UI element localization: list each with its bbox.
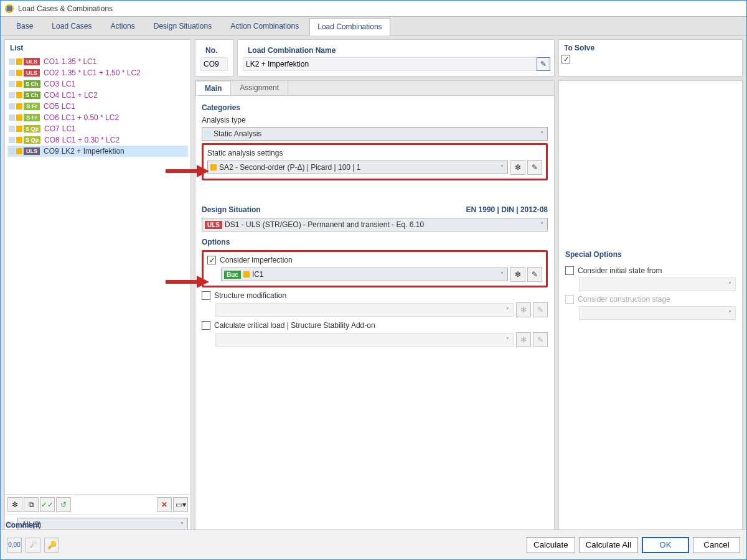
svg-rect-1 [7, 6, 12, 11]
options-group: Options Consider imperfection Buc IC1 [202, 238, 548, 347]
list-toolbar: ✻ ⧉ ✓✓ ↺ ✕ ▭▾ [5, 494, 190, 515]
new-settings-icon[interactable]: ✻ [510, 160, 525, 175]
highlight-arrow-2 [166, 274, 209, 289]
view-mode-icon[interactable]: ▭▾ [173, 497, 188, 512]
categories-group: Categories Analysis type Static Analysis… [202, 103, 548, 180]
list-row-CO5[interactable]: S FrCO5LC1 [7, 101, 188, 112]
critical-load-label: Calculate critical load | Structure Stab… [214, 321, 375, 330]
list-row-CO4[interactable]: S ChCO4LC1 + LC2 [7, 90, 188, 101]
ok-button[interactable]: OK [642, 537, 689, 553]
static-settings-select[interactable]: SA2 - Second-order (P-Δ) | Picard | 100 … [207, 161, 508, 174]
highlight-arrow-1 [166, 164, 209, 179]
edit-name-icon[interactable]: ✎ [537, 57, 550, 71]
calculate-button[interactable]: Calculate [527, 537, 575, 553]
svg-marker-5 [197, 276, 209, 288]
edit-settings-icon[interactable]: ✎ [527, 160, 542, 175]
new-imperfection-icon[interactable]: ✻ [510, 267, 525, 282]
structure-mod-checkbox[interactable] [202, 291, 210, 300]
construction-stage-select [579, 306, 736, 320]
uncheck-icon[interactable]: ↺ [56, 497, 71, 512]
units-icon[interactable]: 0,00 [7, 538, 22, 553]
list-panel: List ULSCO11.35 * LC1ULSCO21.35 * LC1 + … [4, 39, 191, 534]
imperfection-checkbox[interactable] [207, 256, 216, 264]
to-solve-panel: To Solve [558, 39, 743, 77]
cancel-button[interactable]: Cancel [693, 537, 740, 553]
comment-label: Comment [195, 521, 554, 530]
imperfection-highlight: Consider imperfection Buc IC1 ✻ ✎ [202, 250, 548, 287]
name-field[interactable] [243, 57, 549, 71]
list-row-CO8[interactable]: S QpCO8LC1 + 0.30 * LC2 [7, 134, 188, 146]
tab-action-combinations[interactable]: Action Combinations [222, 17, 307, 35]
special-options-title: Special Options [565, 250, 736, 259]
copy-item-icon[interactable]: ⧉ [24, 497, 39, 512]
new-critical-icon: ✻ [516, 332, 531, 347]
list-row-CO7[interactable]: S QpCO7LC1 [7, 123, 188, 134]
list-row-CO3[interactable]: S ChCO3LC1 [7, 78, 188, 90]
design-standard: EN 1990 | DIN | 2012-08 [466, 205, 548, 214]
buc-badge: Buc [224, 271, 241, 279]
tab-actions[interactable]: Actions [102, 17, 143, 35]
check-icon[interactable]: ✓✓ [40, 497, 55, 512]
number-field[interactable] [200, 57, 228, 71]
tab-load-combinations[interactable]: Load Combinations [309, 18, 390, 35]
list-row-CO1[interactable]: ULSCO11.35 * LC1 [7, 56, 188, 67]
svg-marker-3 [197, 165, 209, 177]
edit-imperfection-icon[interactable]: ✎ [527, 267, 542, 282]
footer: 0,00 ☄ 🔑 Calculate Calculate All OK Canc… [1, 530, 746, 559]
list-row-CO2[interactable]: ULSCO21.35 * LC1 + 1.50 * LC2 [7, 67, 188, 78]
edit-critical-icon: ✎ [533, 332, 548, 347]
initial-state-checkbox[interactable] [565, 266, 574, 275]
options-title: Options [202, 238, 548, 246]
tab-design-situations[interactable]: Design Situations [146, 17, 220, 35]
structure-mod-select [215, 303, 514, 317]
calculate-all-button[interactable]: Calculate All [579, 537, 638, 553]
subtab-assignment[interactable]: Assignment [231, 81, 288, 95]
to-solve-title: To Solve [559, 40, 742, 55]
subtab-main[interactable]: Main [195, 81, 231, 95]
design-situation-group: Design Situation EN 1990 | DIN | 2012-08… [202, 205, 548, 231]
tab-load-cases[interactable]: Load Cases [44, 17, 100, 35]
critical-load-select [215, 333, 514, 347]
imperfection-label: Consider imperfection [220, 256, 293, 264]
edit-structmod-icon: ✎ [533, 302, 548, 317]
app-icon [4, 4, 14, 14]
name-label: Load Combination Name [243, 42, 549, 57]
no-label: No. [200, 42, 228, 57]
analysis-type-label: Analysis type [202, 116, 548, 124]
uls-badge: ULS [205, 221, 222, 229]
initial-state-label: Consider initial state from [578, 266, 662, 275]
key-icon[interactable]: 🔑 [44, 538, 59, 553]
delete-icon[interactable]: ✕ [157, 497, 172, 512]
tab-base[interactable]: Base [8, 17, 41, 35]
static-settings-highlight: Static analysis settings SA2 - Second-or… [202, 143, 548, 180]
name-panel: Load Combination Name ✎ [237, 39, 555, 77]
model-icon[interactable]: ☄ [26, 538, 40, 553]
new-structmod-icon: ✻ [516, 302, 531, 317]
construction-stage-checkbox [565, 295, 574, 304]
to-solve-checkbox[interactable] [561, 55, 570, 63]
detail-subtabs: Main Assignment [195, 81, 554, 96]
construction-stage-label: Consider construction stage [578, 295, 670, 304]
new-item-icon[interactable]: ✻ [7, 497, 22, 512]
static-settings-label: Static analysis settings [207, 149, 542, 157]
design-situation-title: Design Situation [202, 205, 261, 214]
list-row-CO9[interactable]: ULSCO9LK2 + Imperfektion [7, 146, 188, 157]
list-row-CO6[interactable]: S FrCO6LC1 + 0.50 * LC2 [7, 112, 188, 123]
initial-state-select [579, 278, 736, 291]
number-panel: No. [195, 39, 233, 77]
special-options-panel: Special Options Consider initial state f… [558, 80, 743, 534]
list-label: List [5, 40, 190, 55]
categories-title: Categories [202, 103, 548, 112]
load-combination-list[interactable]: ULSCO11.35 * LC1ULSCO21.35 * LC1 + 1.50 … [5, 55, 190, 494]
critical-load-checkbox[interactable] [202, 321, 210, 330]
imperfection-select[interactable]: Buc IC1 [221, 268, 508, 281]
structure-mod-label: Structure modification [214, 291, 286, 300]
window-title: Load Cases & Combinations [18, 4, 113, 13]
titlebar: Load Cases & Combinations [1, 1, 746, 17]
analysis-type-select[interactable]: Static Analysis [202, 127, 548, 141]
design-situation-select[interactable]: ULS DS1 - ULS (STR/GEO) - Permanent and … [202, 218, 548, 231]
main-tabs: Base Load Cases Actions Design Situation… [1, 17, 746, 35]
